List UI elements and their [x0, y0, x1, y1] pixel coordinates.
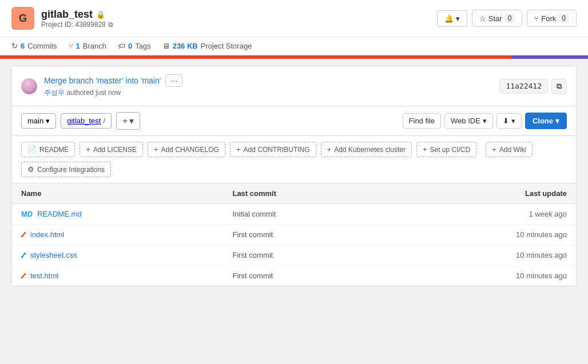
changelog-label: Add CHANGELOG — [161, 146, 219, 154]
integrations-gear-icon: ⚙ — [27, 165, 34, 174]
clone-chevron-icon: ▾ — [555, 117, 559, 125]
star-label: Star — [488, 14, 502, 23]
storage-stat[interactable]: 🖥 236 KB Project Storage — [162, 42, 252, 50]
progress-bar — [0, 55, 588, 59]
commit-more-button[interactable]: ··· — [165, 74, 182, 87]
commit-meta: 주성우 authored just now — [44, 88, 182, 98]
fork-label: Fork — [541, 14, 556, 23]
file-commit-cell: First commit — [223, 225, 390, 245]
license-shortcut[interactable]: + Add LICENSE — [80, 142, 143, 157]
commit-author-link[interactable]: 주성우 — [44, 89, 65, 97]
file-link[interactable]: ⑇ index.html — [21, 230, 214, 239]
storage-size: 236 KB — [173, 42, 198, 50]
add-chevron-icon: ▾ — [129, 115, 134, 126]
col-name-header: Name — [12, 183, 223, 204]
fork-count: 0 — [558, 14, 569, 23]
progress-orange — [0, 55, 511, 59]
path-separator: / — [103, 117, 105, 125]
download-button[interactable]: ⬇ ▾ — [496, 113, 522, 129]
md-icon: MD — [21, 210, 33, 218]
storage-label: Project Storage — [201, 42, 252, 50]
file-link[interactable]: MD README.md — [21, 210, 214, 218]
file-name-cell: ⑇ stylesheet.css — [12, 245, 223, 266]
commit-avatar — [21, 78, 37, 94]
file-name-text: README.md — [37, 210, 81, 218]
toolbar-actions: Find file Web IDE ▾ ⬇ ▾ Clone ▾ — [403, 113, 567, 129]
branch-name: main — [27, 117, 43, 125]
notifications-button[interactable]: 🔔 ▾ — [437, 10, 467, 27]
file-name-cell: ⑇ index.html — [12, 225, 223, 245]
wiki-plus-icon: + — [492, 145, 496, 154]
css-icon: ⑇ — [21, 251, 26, 259]
find-file-button[interactable]: Find file — [403, 113, 442, 129]
fork-button[interactable]: ⑂ Fork 0 — [527, 10, 577, 27]
commit-section: Merge branch 'master' into 'main' ··· 주성… — [12, 66, 576, 106]
branch-selector[interactable]: main ▾ — [21, 113, 56, 129]
copy-hash-button[interactable]: ⧉ — [551, 79, 567, 94]
star-icon: ☆ — [479, 14, 486, 23]
commits-stat[interactable]: ↻ 6 Commits — [11, 42, 57, 50]
file-link[interactable]: ⑇ stylesheet.css — [21, 251, 214, 259]
web-ide-chevron-icon: ▾ — [483, 117, 487, 125]
web-ide-label: Web IDE — [451, 117, 480, 125]
path-link[interactable]: gitlab_test — [67, 117, 101, 125]
branches-stat[interactable]: ⑂ 1 Branch — [69, 42, 106, 50]
file-commit-message: First commit — [232, 271, 273, 280]
commit-hash-badge: 11a22412 — [499, 79, 548, 93]
file-name-cell: MD README.md — [12, 204, 223, 225]
main-content: Merge branch 'master' into 'main' ··· 주성… — [11, 66, 577, 286]
progress-purple — [511, 55, 588, 59]
project-title: gitlab_test 🔒 Project ID: 43899828 ⧉ — [41, 9, 113, 29]
clone-button[interactable]: Clone ▾ — [525, 113, 567, 129]
contributing-label: Add CONTRIBUTING — [244, 146, 310, 154]
file-name-cell: ⑇ test.html — [12, 266, 223, 286]
copy-id-icon[interactable]: ⧉ — [108, 21, 113, 29]
col-commit-header: Last commit — [223, 183, 390, 204]
star-button[interactable]: ☆ Star 0 — [472, 10, 523, 27]
commit-info: Merge branch 'master' into 'main' ··· 주성… — [44, 74, 182, 98]
tags-stat[interactable]: 🏷 0 Tags — [118, 42, 151, 50]
commits-count: 6 — [21, 42, 25, 50]
commit-hash-section: 11a22412 ⧉ — [499, 79, 567, 94]
file-update-cell: 10 minutes ago — [390, 225, 576, 245]
file-name-text: index.html — [30, 230, 64, 239]
cicd-shortcut[interactable]: + Set up CI/CD — [416, 142, 476, 157]
commit-message-link[interactable]: Merge branch 'master' into 'main' — [44, 76, 161, 85]
readme-shortcut[interactable]: 📄 README — [21, 142, 75, 157]
download-chevron-icon: ▾ — [511, 117, 515, 125]
project-name: gitlab_test — [41, 9, 93, 21]
web-ide-button[interactable]: Web IDE ▾ — [444, 113, 493, 129]
changelog-shortcut[interactable]: + Add CHANGELOG — [148, 142, 225, 157]
top-bar: G gitlab_test 🔒 Project ID: 43899828 ⧉ 🔔… — [0, 0, 588, 37]
file-table: Name Last commit Last update MD README.m… — [12, 183, 576, 286]
storage-icon: 🖥 — [162, 42, 170, 50]
file-update-cell: 10 minutes ago — [390, 245, 576, 266]
add-file-button[interactable]: + ▾ — [116, 112, 140, 130]
file-link[interactable]: ⑇ test.html — [21, 271, 214, 280]
commit-time: just now — [96, 89, 121, 97]
lock-icon: 🔒 — [96, 10, 105, 19]
file-commit-cell: First commit — [223, 245, 390, 266]
html-icon: ⑇ — [21, 230, 26, 239]
tag-icon: 🏷 — [118, 42, 125, 50]
kubernetes-shortcut[interactable]: + Add Kubernetes cluster — [321, 142, 412, 157]
license-label: Add LICENSE — [93, 146, 137, 154]
file-update-cell: 10 minutes ago — [390, 266, 576, 286]
branch-chevron-icon: ▾ — [46, 117, 50, 125]
commit-action: authored — [66, 89, 93, 97]
branches-count: 1 — [76, 42, 80, 50]
top-actions: 🔔 ▾ ☆ Star 0 ⑂ Fork 0 — [437, 10, 577, 27]
shortcut-bar: 📄 README + Add LICENSE + Add CHANGELOG +… — [12, 136, 576, 183]
notifications-chevron: ▾ — [456, 14, 460, 23]
file-name-text: stylesheet.css — [30, 251, 77, 259]
commit-message-row: Merge branch 'master' into 'main' ··· — [44, 74, 182, 87]
kubernetes-plus-icon: + — [327, 145, 332, 154]
license-plus-icon: + — [86, 145, 90, 154]
file-commit-message: First commit — [232, 251, 273, 259]
wiki-shortcut[interactable]: + Add Wiki — [486, 142, 533, 157]
wiki-label: Add Wiki — [499, 146, 526, 154]
project-id: Project ID: 43899828 ⧉ — [41, 21, 113, 29]
integrations-shortcut[interactable]: ⚙ Configure Integrations — [21, 162, 111, 177]
table-row: MD README.md Initial commit 1 week ago — [12, 204, 576, 225]
contributing-shortcut[interactable]: + Add CONTRIBUTING — [230, 142, 316, 157]
